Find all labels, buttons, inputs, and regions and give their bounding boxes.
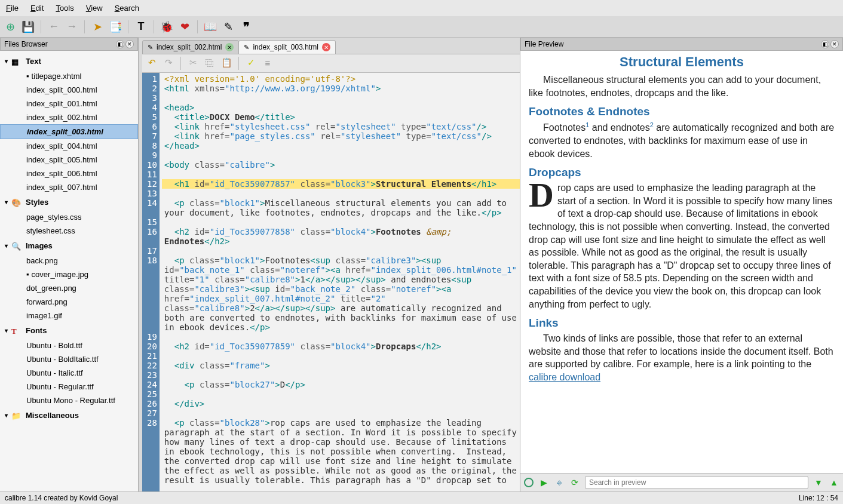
file-item[interactable]: index_split_007.html — [0, 180, 138, 194]
file-item[interactable]: Ubuntu - Regular.ttf — [0, 380, 138, 394]
book-icon[interactable]: 📖 — [204, 20, 217, 33]
file-item[interactable]: Ubuntu - Italic.ttf — [0, 366, 138, 380]
undock-icon[interactable]: ◧ — [116, 40, 124, 48]
file-item[interactable]: index_split_002.html — [0, 110, 138, 124]
close-panel-icon[interactable]: ✕ — [830, 40, 839, 48]
category-styles[interactable]: ▾🎨Styles — [0, 194, 138, 210]
preview-h2: Links — [529, 316, 835, 330]
menu-search[interactable]: Search — [109, 1, 145, 15]
close-tab-icon[interactable]: ✕ — [322, 43, 330, 51]
quote-icon[interactable]: ❞ — [240, 20, 253, 33]
file-item[interactable]: index_split_006.html — [0, 167, 138, 180]
file-item[interactable]: index_split_004.html — [0, 139, 138, 153]
files-browser-panel: Files Browser ◧✕ ▾▦Text▪titlepage.xhtmli… — [0, 38, 139, 491]
panel-title-text: File Preview — [525, 40, 563, 48]
file-item[interactable]: forward.png — [0, 295, 138, 309]
tab-label: index_split_002.html — [157, 43, 222, 51]
close-tab-icon[interactable]: ✕ — [225, 43, 234, 51]
menu-tools[interactable]: Tools — [50, 1, 79, 15]
back-icon[interactable]: ← — [47, 20, 60, 33]
preview-viewport[interactable]: Structural Elements Miscellaneous struct… — [520, 51, 843, 473]
search-prev-icon[interactable]: ▲ — [829, 477, 839, 488]
preview-h2: Dropcaps — [529, 166, 835, 179]
styles-icon: 🎨 — [11, 198, 22, 207]
cut-icon[interactable]: ✂ — [187, 57, 199, 69]
file-item[interactable]: ▪cover_image.jpg — [0, 268, 138, 281]
category-text[interactable]: ▾▦Text — [0, 53, 138, 69]
new-file-icon[interactable]: ⊕ — [4, 20, 17, 33]
copy-icon[interactable]: ⿻ — [204, 57, 216, 69]
heart-icon[interactable]: ❤ — [178, 20, 191, 33]
file-label: index_split_006.html — [26, 169, 97, 178]
redo-icon[interactable]: ↷ — [163, 57, 174, 69]
file-item[interactable]: index_split_000.html — [0, 83, 138, 97]
wand-icon[interactable]: ✎ — [222, 20, 235, 33]
file-label: page_styles.css — [26, 213, 82, 222]
text-icon[interactable]: T — [134, 20, 148, 33]
sync-icon[interactable] — [524, 478, 534, 487]
reload-icon[interactable]: ⟳ — [569, 477, 580, 488]
save-icon[interactable]: 💾 — [22, 20, 35, 33]
expand-icon: ▾ — [5, 412, 8, 419]
category-label: Miscellaneous — [26, 411, 79, 420]
file-preview-title: File Preview ◧✕ — [520, 38, 843, 51]
editor-tab[interactable]: ✎index_split_002.html✕ — [142, 40, 239, 54]
search-next-icon[interactable]: ▼ — [813, 477, 824, 488]
cursor-icon[interactable]: ➤ — [91, 20, 104, 33]
category-fonts[interactable]: ▾TFonts — [0, 322, 138, 339]
category-label: Text — [26, 57, 41, 66]
editor-tab[interactable]: ✎index_split_003.html✕ — [238, 40, 335, 54]
file-item[interactable]: image1.gif — [0, 309, 138, 322]
file-label: Ubuntu - Italic.ttf — [26, 368, 83, 377]
file-label: index_split_003.html — [27, 127, 103, 136]
editor-panel: ✎index_split_002.html✕✎index_split_003.h… — [142, 38, 520, 491]
file-label: Ubuntu - BoldItalic.ttf — [26, 355, 99, 364]
code-editor[interactable]: 1234567891011121314151617181920212223242… — [142, 73, 520, 491]
split-icon[interactable]: ⎆ — [554, 477, 565, 488]
file-label: dot_green.png — [26, 284, 76, 293]
editor-toolbar: ↶ ↷ ✂ ⿻ 📋 ✓ ≡ — [142, 54, 520, 73]
list-icon[interactable]: ≡ — [262, 57, 274, 69]
status-left: calibre 1.14 created by Kovid Goyal — [5, 494, 118, 502]
preview-link[interactable]: calibre download — [529, 372, 600, 382]
bug-icon[interactable]: 🐞 — [160, 20, 173, 33]
file-item[interactable]: Ubuntu - BoldItalic.ttf — [0, 352, 138, 366]
file-preview-panel: File Preview ◧✕ Structural Elements Misc… — [520, 38, 843, 491]
files-browser-tree[interactable]: ▾▦Text▪titlepage.xhtmlindex_split_000.ht… — [0, 51, 138, 491]
file-icon: ▪ — [26, 72, 29, 81]
forward-icon[interactable]: → — [65, 20, 78, 33]
file-item[interactable]: ▪titlepage.xhtml — [0, 69, 138, 83]
undo-icon[interactable]: ↶ — [146, 57, 158, 69]
toc-icon[interactable]: 📑 — [109, 20, 122, 33]
preview-h2: Footnotes & Endnotes — [529, 105, 835, 118]
category-miscellaneous[interactable]: ▾📁Miscellaneous — [0, 407, 138, 423]
close-panel-icon[interactable]: ✕ — [125, 40, 134, 48]
file-label: titlepage.xhtml — [32, 72, 82, 81]
undock-icon[interactable]: ◧ — [821, 40, 829, 48]
code-body[interactable]: <?xml version='1.0' encoding='utf-8'?><h… — [160, 73, 520, 491]
file-item[interactable]: back.png — [0, 254, 138, 268]
menu-view[interactable]: View — [80, 1, 109, 15]
file-item[interactable]: dot_green.png — [0, 281, 138, 295]
file-label: Ubuntu - Regular.ttf — [26, 382, 94, 391]
preview-search-input[interactable] — [585, 476, 808, 489]
file-label: index_split_007.html — [26, 183, 97, 192]
file-item[interactable]: Ubuntu - Bold.ttf — [0, 339, 138, 352]
file-item[interactable]: index_split_003.html — [0, 124, 138, 139]
file-item[interactable]: Ubuntu Mono - Regular.ttf — [0, 394, 138, 407]
file-item[interactable]: stylesheet.css — [0, 224, 138, 238]
menu-edit[interactable]: Edit — [24, 1, 50, 15]
highlight-icon[interactable]: ✓ — [245, 57, 257, 69]
file-item[interactable]: index_split_001.html — [0, 97, 138, 110]
status-right: Line: 12 : 54 — [799, 494, 838, 502]
category-images[interactable]: ▾🔍Images — [0, 238, 138, 254]
file-item[interactable]: index_split_005.html — [0, 153, 138, 167]
file-item[interactable]: page_styles.css — [0, 210, 138, 224]
paste-icon[interactable]: 📋 — [220, 57, 232, 69]
panel-title-text: Files Browser — [4, 40, 48, 48]
play-icon[interactable]: ▶ — [538, 477, 549, 488]
expand-icon: ▾ — [5, 58, 8, 64]
file-label: cover_image.jpg — [32, 270, 88, 279]
line-gutter: 1234567891011121314151617181920212223242… — [142, 73, 160, 491]
menu-file[interactable]: File — [0, 1, 24, 15]
